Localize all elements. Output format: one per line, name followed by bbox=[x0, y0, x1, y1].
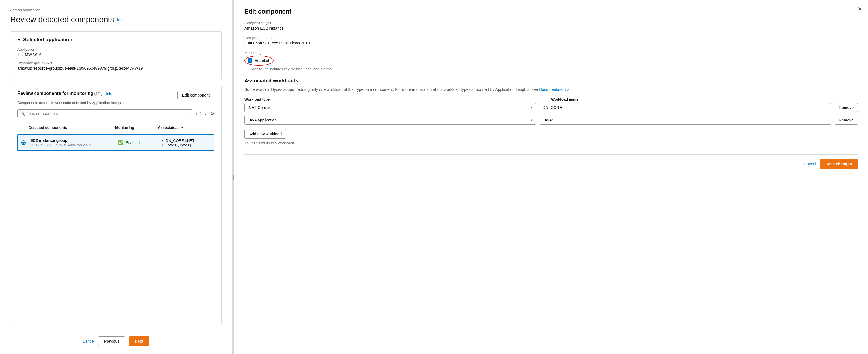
left-panel: Add an application Review detected compo… bbox=[0, 0, 232, 354]
right-panel: ✕ Edit component Component type Amazon E… bbox=[234, 0, 868, 354]
monitoring-circle-annotation: ✓ Enabled bbox=[244, 56, 274, 66]
workload-type-select-1[interactable]: .NET Core tier JAVA application SQL Serv… bbox=[244, 103, 536, 112]
next-page-button[interactable]: › bbox=[204, 111, 208, 117]
edit-component-title: Edit component bbox=[244, 8, 858, 15]
external-link-icon: ↗ bbox=[567, 88, 569, 91]
page-title: Review detected components Info bbox=[10, 15, 221, 24]
workload-name-header: Workload name bbox=[551, 97, 855, 101]
workload-type-select-2[interactable]: JAVA application .NET Core tier SQL Serv… bbox=[244, 116, 536, 125]
app-value: test-MW-W19 bbox=[17, 52, 214, 57]
rp-bottom-actions: Cancel Save changes bbox=[244, 154, 858, 169]
col-detected: Detected components bbox=[29, 125, 115, 130]
workloads-col: DN_CORE (.NET JAVA1 (JAVA ap bbox=[157, 139, 214, 147]
component-name-value: i-0a0858a7fd11cd51c: windows 2019 bbox=[244, 41, 858, 45]
arn-value: arn:aws:resource-groups:us-east-1:856960… bbox=[17, 66, 214, 70]
next-button[interactable]: Next bbox=[129, 336, 149, 346]
search-box: 🔍 bbox=[17, 109, 192, 118]
monitoring-label: Monitoring bbox=[244, 51, 858, 55]
component-type-label: Component type bbox=[244, 21, 858, 25]
search-input[interactable] bbox=[27, 111, 189, 116]
component-name: EC2 instance group bbox=[30, 138, 114, 143]
table-row[interactable]: EC2 instance group i-0a0858a7fd11cd51c: … bbox=[17, 134, 214, 151]
page-number: 1 bbox=[200, 111, 202, 116]
panel-divider[interactable]: ‖ bbox=[232, 0, 234, 354]
row-radio[interactable] bbox=[18, 141, 29, 145]
sort-icon: ▼ bbox=[181, 126, 184, 130]
remove-workload-1-button[interactable]: Remove bbox=[835, 103, 858, 112]
pagination-controls: ‹ 1 › bbox=[195, 111, 208, 117]
assoc-workloads-title: Associated workloads bbox=[244, 78, 858, 84]
selected-application-section: ▼ Selected application Application test-… bbox=[10, 31, 221, 80]
settings-button[interactable]: ⚙ bbox=[210, 111, 214, 117]
component-sub: i-0a0858a7fd11cd51c: windows 2019 bbox=[30, 143, 114, 147]
check-circle-icon: ✅ bbox=[118, 140, 124, 145]
workload-item-2: JAVA1 (JAVA ap bbox=[166, 143, 214, 147]
workload-row-2: JAVA application .NET Core tier SQL Serv… bbox=[244, 116, 858, 125]
search-icon: 🔍 bbox=[20, 111, 25, 116]
review-subtitle: Components and their workloads detected … bbox=[17, 100, 214, 105]
arn-label: Resource group ARN bbox=[17, 61, 214, 65]
monitoring-status: ✅ Enabled bbox=[115, 140, 157, 145]
cancel-button[interactable]: Cancel bbox=[82, 339, 95, 344]
close-button[interactable]: ✕ bbox=[858, 6, 862, 12]
workload-name-input-2[interactable] bbox=[539, 116, 831, 125]
workload-item-1: DN_CORE (.NET bbox=[166, 139, 214, 143]
collapse-arrow-icon[interactable]: ▼ bbox=[17, 38, 21, 42]
app-label: Application bbox=[17, 47, 214, 52]
workloads-note: You can add up to 5 workloads bbox=[244, 141, 858, 145]
review-info-link[interactable]: Info bbox=[106, 91, 112, 96]
monitoring-checkbox[interactable]: ✓ bbox=[248, 58, 252, 63]
edit-component-button[interactable]: Edit component bbox=[177, 91, 214, 99]
info-link[interactable]: Info bbox=[117, 17, 123, 22]
remove-workload-2-button[interactable]: Remove bbox=[835, 116, 858, 125]
review-title: Review components for monitoring bbox=[17, 91, 93, 96]
documentation-link[interactable]: Documentation ↗ bbox=[539, 87, 569, 92]
monitoring-enabled-label: Enabled bbox=[255, 58, 269, 63]
bottom-actions: Cancel Previous Next bbox=[10, 332, 221, 346]
workload-name-input-1[interactable] bbox=[539, 103, 831, 112]
monitoring-section: Monitoring ✓ Enabled Monitoring includes… bbox=[244, 51, 858, 71]
review-count: (1/1) bbox=[94, 91, 102, 96]
add-app-breadcrumb: Add an application bbox=[10, 8, 221, 12]
col-monitoring: Monitoring bbox=[115, 125, 158, 130]
save-changes-button[interactable]: Save changes bbox=[819, 159, 858, 169]
workload-type-select-wrapper-2: JAVA application .NET Core tier SQL Serv… bbox=[244, 116, 536, 125]
component-type-value: Amazon EC2 instance bbox=[244, 26, 858, 31]
add-workload-button[interactable]: Add new workload bbox=[244, 129, 286, 139]
workload-header-row: Workload type Workload name bbox=[244, 97, 858, 101]
workload-type-header: Workload type bbox=[244, 97, 548, 101]
selected-app-header: ▼ Selected application bbox=[17, 37, 214, 43]
col-associated: Associate... ▼ bbox=[158, 125, 214, 130]
component-info: EC2 instance group i-0a0858a7fd11cd51c: … bbox=[29, 138, 114, 147]
workload-type-select-wrapper-1: .NET Core tier JAVA application SQL Serv… bbox=[244, 103, 536, 112]
rp-cancel-button[interactable]: Cancel bbox=[804, 159, 816, 169]
review-section: Review components for monitoring (1/1) I… bbox=[10, 86, 221, 325]
previous-button[interactable]: Previous bbox=[98, 336, 125, 346]
assoc-desc: Some workload types support adding only … bbox=[244, 87, 858, 93]
component-name-label: Component name bbox=[244, 36, 858, 40]
table-header: Detected components Monitoring Associate… bbox=[17, 122, 214, 133]
workload-row-1: .NET Core tier JAVA application SQL Serv… bbox=[244, 103, 858, 112]
prev-page-button[interactable]: ‹ bbox=[195, 111, 198, 117]
monitoring-hint: Monitoring includes key metrics, logs, a… bbox=[251, 67, 858, 71]
